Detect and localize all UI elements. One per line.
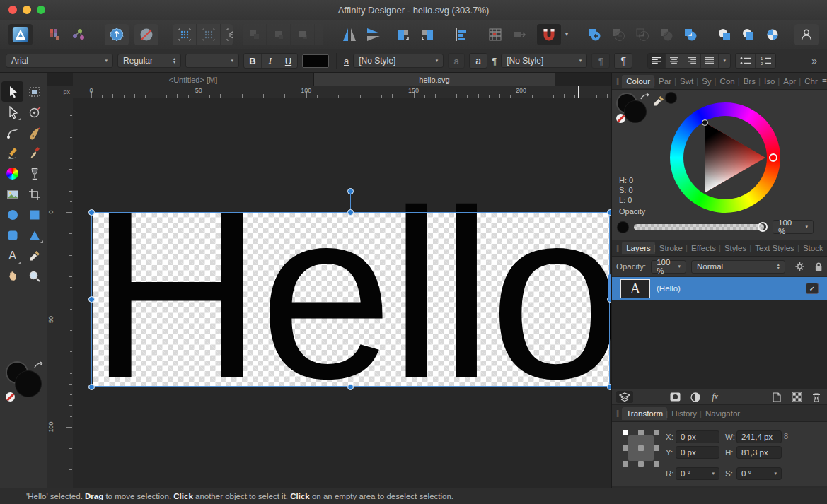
insert-on-top-button[interactable] [736,24,761,45]
transform-panel-tab-1[interactable]: History [667,407,701,420]
no-fill-icon[interactable] [616,114,625,123]
anchor-top-left[interactable] [623,430,628,435]
pixel-persona-button[interactable] [42,24,66,45]
anchor-mid-left[interactable] [623,445,628,451]
snapping-toggle[interactable] [537,24,561,45]
boolean-subtract-button[interactable] [606,24,630,45]
selection-handle-top-center[interactable] [347,209,354,216]
triangle-selector[interactable] [702,119,708,126]
alignment-options-dropdown[interactable]: ▾ [719,54,730,68]
artistic-text-tool[interactable]: A [1,245,23,266]
rotation-handle[interactable] [347,188,354,194]
zoom-tool[interactable] [23,266,45,286]
anchor-top-center[interactable] [638,430,644,435]
horizontal-ruler[interactable]: 050100150200 [73,86,611,99]
alignment-button[interactable] [449,24,473,45]
vertical-ruler[interactable]: 050100 [47,98,74,488]
layer-row-hello[interactable]: A (Hello) ✓ [612,277,827,300]
rounded-rectangle-tool[interactable] [1,225,23,245]
show-grid-button[interactable] [173,24,197,45]
blend-options-gear-icon[interactable] [794,261,805,272]
selection-handle-bottom-left[interactable] [88,384,95,390]
colour-panel-tab-4[interactable]: Con [716,75,739,88]
italic-button[interactable]: I [262,54,279,68]
snap-off-badge-button[interactable] [134,24,158,45]
mask-layer-button[interactable] [669,391,682,403]
link-dimensions-icon[interactable]: 8 [784,433,788,440]
layer-visibility-checkbox[interactable]: ✓ [806,283,819,294]
underline-button[interactable]: U [279,54,297,68]
align-center-button[interactable] [666,54,683,68]
width-input[interactable]: 241,4 px [736,430,782,443]
zoom-window-button[interactable] [37,6,45,14]
no-fill-icon[interactable] [6,392,15,402]
opacity-value-select[interactable]: 100 %▾ [773,220,814,234]
shear-select[interactable]: 0 °▾ [736,467,782,480]
delete-layer-button[interactable] [810,391,823,403]
colour-panel-tab-2[interactable]: Swt [676,75,698,88]
boolean-add-button[interactable] [582,24,606,45]
opacity-slider-knob[interactable] [758,222,768,232]
layer-opacity-select[interactable]: 100 %▾ [651,260,686,274]
hue-selector[interactable] [769,153,777,162]
layers-panel-mode-button[interactable] [616,391,633,403]
colour-panel-tab-6[interactable]: Iso [760,75,779,88]
move-to-front-button[interactable] [315,24,323,45]
flip-horizontal-button[interactable] [337,24,362,45]
transform-panel-tab-2[interactable]: Navigator [701,407,744,420]
point-transform-tool[interactable] [23,102,45,122]
colour-panel-tab-7[interactable]: Apr [779,75,800,88]
pixel-alignment-toggle[interactable] [483,24,507,45]
layers-panel-tab-0[interactable]: Layers [622,242,655,254]
colour-panel-tab-1[interactable]: Par [654,75,676,88]
anchor-bottom-center[interactable] [638,461,644,467]
corner-tool[interactable] [1,122,23,143]
panel-grip-icon[interactable]: || [616,77,618,85]
vector-brush-tool[interactable] [23,143,45,163]
swap-colours-icon[interactable] [34,361,44,370]
new-pixel-layer-button[interactable] [790,391,803,403]
doc-tab-untitled[interactable]: <Untitled> [M] [73,73,314,86]
selection-handle-mid-left[interactable] [88,296,95,303]
app-logo-button[interactable] [8,24,33,45]
opacity-swatch[interactable] [618,222,628,233]
pen-tool[interactable] [23,122,45,143]
swap-colours-icon[interactable] [640,93,650,101]
ruler-unit-label[interactable]: px [47,86,73,98]
hsl-triangle[interactable] [683,115,768,200]
anchor-bottom-right[interactable] [654,461,659,467]
align-right-button[interactable] [683,54,701,68]
text-colour-swatch[interactable] [302,54,329,68]
rotation-select[interactable]: 0 °▾ [676,467,719,480]
layers-panel-tab-1[interactable]: Stroke [655,242,687,254]
picked-colour-swatch[interactable] [666,93,676,103]
update-character-style-button[interactable]: a [448,53,465,69]
show-paragraph-panel-button[interactable]: ¶ [614,53,632,69]
minimize-window-button[interactable] [23,6,31,14]
place-image-tool[interactable] [1,184,23,204]
rotate-cw-button[interactable] [415,24,439,45]
anchor-mid-right[interactable] [654,445,659,451]
panel-grip-icon[interactable]: || [616,409,618,417]
fill-colour-well[interactable] [625,101,646,122]
bold-button[interactable]: B [244,54,262,68]
fill-tool[interactable] [1,163,23,184]
colour-panel-tab-0[interactable]: Colour [622,75,654,88]
vector-crop-tool[interactable] [23,184,45,204]
rotate-ccw-button[interactable] [391,24,415,45]
bullet-list-button[interactable] [736,54,756,68]
boolean-combine-button[interactable] [678,24,702,45]
canvas-viewport[interactable]: Hello [73,98,611,488]
anchor-center[interactable] [638,445,644,451]
height-input[interactable]: 81,3 px [736,446,782,459]
layers-panel-tab-3[interactable]: Styles [720,242,751,254]
anchor-top-right[interactable] [654,430,659,435]
numbered-list-button[interactable]: 12 [756,54,775,68]
x-input[interactable]: 0 px [676,430,719,443]
move-to-back-button[interactable] [243,24,267,45]
colour-panel-tab-5[interactable]: Brs [739,75,760,88]
layer-name[interactable]: (Hello) [657,284,799,293]
layers-panel-tab-5[interactable]: Stock [799,242,827,254]
new-layer-button[interactable] [770,391,783,403]
colour-picker-tool[interactable] [23,245,45,266]
